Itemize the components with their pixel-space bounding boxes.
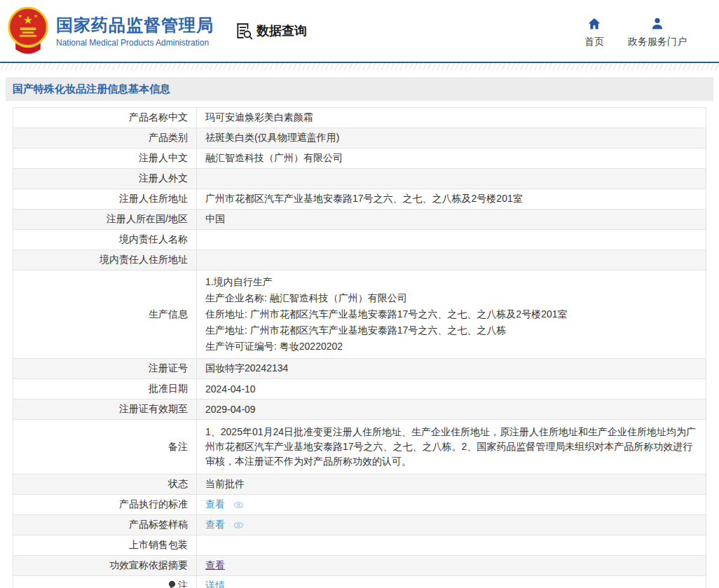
- row-value: [197, 535, 706, 556]
- row-value: 中国: [197, 210, 706, 230]
- view-link[interactable]: 查看: [205, 519, 244, 531]
- nav-portal[interactable]: 政务服务门户: [628, 17, 687, 48]
- table-row: 注册人外文: [13, 169, 706, 189]
- table-row: 状态当前批件: [13, 474, 706, 495]
- view-link-text: 查看: [205, 519, 225, 531]
- eye-icon: [229, 520, 244, 531]
- value-line: 生产企业名称: 融汇智造科技（广州）有限公司: [205, 290, 697, 306]
- row-label-text: 注册证号: [149, 362, 188, 374]
- nav-portal-label: 政务服务门户: [628, 36, 687, 48]
- eye-icon: [229, 500, 244, 510]
- view-link-text: 查看: [205, 498, 225, 511]
- data-query-icon: [235, 22, 253, 40]
- row-label: 批准日期: [13, 379, 197, 399]
- nav-data-query[interactable]: 数据查询: [235, 22, 307, 40]
- page: ★ ★ ★ 国家药品监督管理局 National Medical Product…: [0, 0, 719, 588]
- row-value-text: 国妆特字20242134: [205, 362, 288, 374]
- row-label: 生产信息: [13, 271, 197, 359]
- note-balloon-icon: [167, 580, 177, 588]
- svg-text:★: ★: [23, 14, 33, 26]
- row-value: 玛可安迪焕彩美白素颜霜: [197, 108, 706, 128]
- row-label-text: 生产信息: [149, 308, 188, 320]
- row-label-text: 注: [178, 580, 188, 588]
- info-table: 产品名称中文玛可安迪焕彩美白素颜霜产品类别祛斑美白类(仅具物理遮盖作用)注册人中…: [13, 107, 706, 588]
- row-value-text: 2024-04-10: [205, 383, 256, 395]
- brand[interactable]: ★ ★ ★ 国家药品监督管理局 National Medical Product…: [7, 6, 214, 56]
- row-label: 产品名称中文: [13, 108, 197, 128]
- value-line: 生产地址: 广州市花都区汽车产业基地安泰路17号之六、之七、之八栋: [205, 322, 697, 339]
- detail-link[interactable]: 详情: [205, 580, 225, 588]
- table-row: 产品类别祛斑美白类(仅具物理遮盖作用): [13, 128, 706, 149]
- user-icon: [650, 17, 664, 31]
- view-link[interactable]: 查看: [205, 498, 244, 511]
- org-name-zh: 国家药品监督管理局: [56, 15, 214, 36]
- org-name-en: National Medical Products Administration: [56, 38, 214, 48]
- table-row: 注册人住所地址广州市花都区汽车产业基地安泰路17号之六、之七、之八栋及2号楼20…: [13, 189, 706, 210]
- row-value: 国妆特字20242134: [197, 359, 706, 379]
- table-row: 备注1、2025年01月24日批准变更注册人住所地址、生产企业住所地址，原注册人…: [13, 420, 706, 474]
- svg-text:★: ★: [34, 13, 38, 18]
- row-value-text: 祛斑美白类(仅具物理遮盖作用): [205, 132, 339, 143]
- row-label-text: 注册人所在国/地区: [107, 213, 188, 224]
- row-label-text: 注册证有效期至: [119, 403, 188, 414]
- row-label: 备注: [13, 420, 197, 474]
- hatch-divider: [0, 63, 719, 70]
- row-label-text: 上市销售包装: [129, 539, 188, 550]
- row-label: 境内责任人名称: [13, 230, 197, 250]
- row-value-text: 2029-04-09: [205, 404, 256, 415]
- row-value: 详情: [197, 576, 706, 588]
- table-row: 注详情: [13, 576, 706, 588]
- row-label: 产品类别: [13, 128, 197, 149]
- row-value-text: 广州市花都区汽车产业基地安泰路17号之六、之七、之八栋及2号楼201室: [205, 193, 523, 204]
- row-label-text: 产品名称中文: [129, 111, 188, 123]
- row-value: 当前批件: [197, 474, 706, 495]
- table-row: 注册证号国妆特字20242134: [13, 359, 706, 379]
- table-row: 注册人所在国/地区中国: [13, 210, 706, 230]
- main-content: 国产特殊化妆品注册信息基本信息 产品名称中文玛可安迪焕彩美白素颜霜产品类别祛斑美…: [0, 70, 719, 588]
- nav-home-label: 首页: [584, 36, 604, 48]
- row-label-text: 状态: [168, 478, 188, 489]
- page-title: 国产特殊化妆品注册信息基本信息: [6, 77, 713, 101]
- nav-home[interactable]: 首页: [584, 17, 604, 48]
- row-label-text: 功效宣称依据摘要: [109, 559, 188, 570]
- row-value: 融汇智造科技（广州）有限公司: [197, 149, 706, 169]
- row-value-text: 当前批件: [205, 478, 245, 489]
- row-label: 注: [13, 576, 197, 588]
- row-value: 祛斑美白类(仅具物理遮盖作用): [197, 128, 706, 149]
- row-label-text: 注册人外文: [139, 172, 188, 184]
- row-value-text: 中国: [205, 213, 225, 224]
- row-value: [197, 250, 706, 271]
- table-row: 批准日期2024-04-10: [13, 379, 706, 399]
- row-label: 注册人所在国/地区: [13, 210, 197, 230]
- table-row: 境内责任人住所地址: [13, 250, 706, 271]
- row-label-text: 产品类别: [149, 132, 188, 143]
- header-right-nav: 首页 政务服务门户: [584, 17, 687, 48]
- row-label-text: 备注: [168, 441, 188, 452]
- brand-text: 国家药品监督管理局 National Medical Products Admi…: [56, 15, 214, 48]
- row-label-text: 产品标签样稿: [129, 519, 188, 530]
- row-label-text: 注册人中文: [139, 152, 188, 163]
- row-value: 广州市花都区汽车产业基地安泰路17号之六、之七、之八栋及2号楼201室: [197, 189, 706, 210]
- view-link-visited[interactable]: 查看: [205, 559, 225, 570]
- row-label-text: 批准日期: [149, 383, 188, 394]
- row-value: [197, 230, 706, 250]
- value-line: 生产许可证编号: 粤妆20220202: [205, 339, 697, 355]
- value-line: 住所地址: 广州市花都区汽车产业基地安泰路17号之六、之七、之八栋及2号楼201…: [205, 306, 697, 322]
- row-label: 功效宣称依据摘要: [13, 556, 197, 576]
- row-value: 2029-04-09: [197, 399, 706, 420]
- table-row: 上市销售包装: [13, 535, 706, 556]
- row-label: 状态: [13, 474, 197, 495]
- row-label-text: 注册人住所地址: [119, 193, 188, 204]
- row-value: 查看: [197, 556, 706, 576]
- row-value-text: 1、2025年01月24日批准变更注册人住所地址、生产企业住所地址，原注册人住所…: [205, 423, 697, 470]
- row-label: 产品标签样稿: [13, 515, 197, 535]
- row-value-text: 融汇智造科技（广州）有限公司: [205, 152, 343, 163]
- row-label: 上市销售包装: [13, 535, 197, 556]
- table-row: 产品执行的标准查看: [13, 495, 706, 515]
- table-row: 生产信息1.境内自行生产生产企业名称: 融汇智造科技（广州）有限公司住所地址: …: [13, 271, 706, 359]
- row-value: 查看: [197, 495, 706, 515]
- svg-text:★: ★: [18, 13, 22, 18]
- row-value-text: 玛可安迪焕彩美白素颜霜: [205, 111, 313, 123]
- row-label: 注册人住所地址: [13, 189, 197, 210]
- site-header: ★ ★ ★ 国家药品监督管理局 National Medical Product…: [0, 0, 719, 63]
